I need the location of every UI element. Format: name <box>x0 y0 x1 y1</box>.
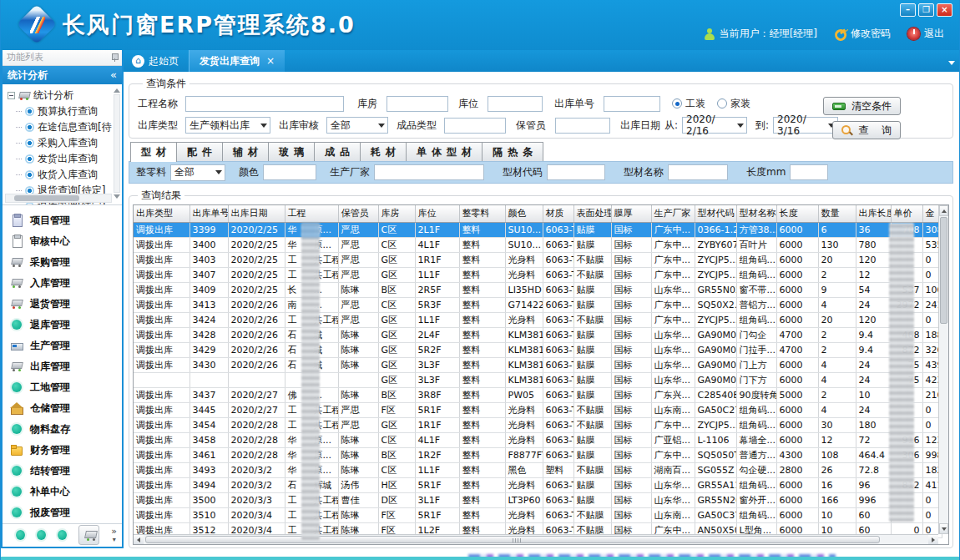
horizontal-scroll-thumb[interactable] <box>145 536 880 543</box>
material-tab[interactable]: 辅材 <box>223 142 269 162</box>
location-input[interactable] <box>488 96 543 112</box>
table-row[interactable]: 调拨出库 3429 2020/2/26 石城 陈琳 G区 5R2F 整料 KLM… <box>134 342 942 357</box>
scroll-up-icon[interactable] <box>114 88 120 93</box>
grid-header-cell[interactable]: 库位 <box>415 205 459 222</box>
table-row[interactable]: 调拨出库 3494 2020/3/2 石辉城 汤伟 H区 5R1F 整料 光身料… <box>134 477 942 492</box>
material-tab[interactable]: 隔热条 <box>483 142 543 162</box>
table-row[interactable]: 调拨出库 3445 2020/2/27 工共工程 严思 F区 5R1F 整料 光… <box>134 402 942 417</box>
sidebar-menu-item[interactable]: 补单中心 <box>11 482 122 502</box>
sidebar-menu-item[interactable]: 退货管理 <box>11 294 122 315</box>
stats-section-header[interactable]: 统计分析 « <box>3 66 122 84</box>
footer-dot-icon[interactable] <box>58 530 67 540</box>
search-button[interactable]: 查 询 <box>832 121 901 139</box>
audit-select[interactable]: 全部 <box>326 117 388 134</box>
footer-dot-icon[interactable] <box>37 530 46 540</box>
length-input[interactable] <box>790 164 828 180</box>
change-password-button[interactable]: 修改密码 <box>834 27 891 41</box>
grid-horizontal-scrollbar[interactable] <box>134 534 938 544</box>
grid-header-cell[interactable]: 数量 <box>818 205 856 222</box>
keeper-input[interactable] <box>555 118 610 134</box>
sidebar-menu-item[interactable]: 退库管理 <box>11 315 122 335</box>
table-row[interactable]: 调拨出库 3409 2020/2/25 长... 陈琳 B区 2R5F 整料 L… <box>134 282 942 297</box>
table-row[interactable]: 调拨出库 3461 2020/2/28 华原... 陈琳 B区 1R2F 整料 … <box>134 447 942 462</box>
sidebar-menu-item[interactable]: 出库管理 <box>11 356 122 377</box>
out-type-select[interactable]: 生产领料出库 <box>185 117 270 134</box>
product-type-input[interactable] <box>444 118 506 134</box>
clear-conditions-button[interactable]: 清空条件 <box>823 97 901 115</box>
grid-header-cell[interactable]: 整零料 <box>459 205 505 222</box>
pin-icon[interactable] <box>111 53 118 62</box>
sidebar-menu-item[interactable]: 财务管理 <box>11 440 122 461</box>
collapse-icon[interactable]: « <box>110 66 117 84</box>
grid-header-cell[interactable]: 出库日期 <box>228 205 285 222</box>
footer-more-button[interactable]: » ▾ <box>111 527 117 543</box>
grid-header-cell[interactable]: 长度 <box>776 205 818 222</box>
table-row[interactable]: 调拨出库 3407 2020/2/25 工共工程 严思 G区 1L1F 整料 光… <box>134 267 942 282</box>
tree-item[interactable]: 收货入库查询 <box>8 167 112 183</box>
material-tab[interactable]: 玻璃 <box>269 142 315 162</box>
scroll-up-button[interactable] <box>939 205 948 216</box>
grid-header-cell[interactable]: 膜厚 <box>611 205 651 222</box>
grid-header-cell[interactable]: 型材名称 <box>736 205 776 222</box>
table-row[interactable]: 调拨出库 3493 2020/3/2 华原... 陈琳 C区 1L1F 整料 黑… <box>134 462 942 477</box>
date-from-select[interactable]: 2020/ 2/16 <box>682 117 747 134</box>
table-row[interactable]: 调拨出库 3458 2020/2/28 华原... 陈琳 C区 4L1F 整料 … <box>134 432 942 447</box>
date-to-select[interactable]: 2020/ 3/16 <box>773 117 838 134</box>
color-input[interactable] <box>263 164 316 180</box>
grid-header-cell[interactable]: 表面处理 <box>573 205 611 222</box>
material-tab[interactable]: 耗材 <box>361 142 407 162</box>
manufacturer-input[interactable] <box>374 164 484 180</box>
vertical-scroll-thumb[interactable] <box>940 217 947 324</box>
radio-jiazhuang[interactable]: 家装 <box>717 97 750 111</box>
tree-item[interactable]: 发货出库查询 <box>8 151 112 167</box>
whole-part-select[interactable]: 全部 <box>170 164 225 181</box>
table-row[interactable]: G区 3L3F 整料 KLM3817 6063-T5 贴膜 国标 山东华... … <box>134 372 942 387</box>
grid-vertical-scrollbar[interactable] <box>938 205 948 534</box>
grid-header-cell[interactable]: 材质 <box>543 205 573 222</box>
radio-gongzhuang[interactable]: 工装 <box>672 97 705 111</box>
table-row[interactable]: 调拨出库 3500 2020/3/3 工共工程 曹佳 D区 3L1F 整料 LT… <box>134 492 942 507</box>
tab-home[interactable]: ⌂ 起始页 <box>124 54 189 72</box>
sidebar-menu-item[interactable]: 采购管理 <box>11 252 122 273</box>
sidebar-menu-item[interactable]: 报废管理 <box>11 502 122 523</box>
table-row[interactable]: 调拨出库 3403 2020/2/25 工共工程 严思 G区 1R1F 整料 光… <box>134 252 942 267</box>
sidebar-menu-item[interactable]: 生产管理 <box>11 335 122 356</box>
grid-header-cell[interactable]: 出库长度 <box>856 205 891 222</box>
table-row[interactable]: 调拨出库 3437 2020/2/27 佛... 陈琳 B区 3R8F 整料 P… <box>134 387 942 402</box>
tab-close-icon[interactable]: × <box>266 55 275 67</box>
sidebar-menu-item[interactable]: 审核中心 <box>11 231 122 252</box>
table-row[interactable]: 调拨出库 3399 2020/2/25 华原... 严思 C区 2L1F 整料 … <box>134 222 942 237</box>
tree-item[interactable]: 采购入库查询 <box>8 135 112 151</box>
tree-item[interactable]: 在途信息查询[待 <box>8 119 112 135</box>
project-name-input[interactable] <box>185 96 344 112</box>
scroll-left-button[interactable] <box>134 535 144 544</box>
table-row[interactable]: 调拨出库 3454 2020/2/28 工共工程 严思 G区 1R1F 整料 光… <box>134 417 942 432</box>
grid-header-cell[interactable]: 生产厂家 <box>651 205 695 222</box>
footer-dot-icon[interactable] <box>16 530 25 540</box>
material-tab[interactable]: 单体型材 <box>407 142 483 162</box>
table-row[interactable]: 调拨出库 3510 2020/3/4 工共工程 陈琳 F区 5R1F 整料 光身… <box>134 507 942 522</box>
maximize-button[interactable]: ❐ <box>918 3 934 17</box>
tab-shipment-query[interactable]: 发货出库查询 × <box>189 50 285 72</box>
grid-header-cell[interactable]: 颜色 <box>505 205 543 222</box>
sidebar-menu-item[interactable]: 仓储管理 <box>11 398 122 419</box>
grid-header-cell[interactable]: 工程 <box>285 205 338 222</box>
tree-expand-icon[interactable] <box>8 92 15 99</box>
table-row[interactable]: 调拨出库 3430 2020/2/26 石城 陈琳 G区 3L3F 整料 KLM… <box>134 357 942 372</box>
table-row[interactable]: 调拨出库 3400 2020/2/25 华原... 严思 C区 4L1F 整料 … <box>134 237 942 252</box>
sidebar-menu-item[interactable]: 入库管理 <box>11 273 122 294</box>
grid-header-cell[interactable]: 库房 <box>378 205 415 222</box>
footer-cart-button[interactable] <box>78 525 100 545</box>
table-row[interactable]: 调拨出库 3413 2020/2/26 南... 严思 C区 5R3F 整料 G… <box>134 297 942 312</box>
sidebar-menu-item[interactable]: 项目管理 <box>11 210 122 231</box>
sidebar-menu-item[interactable]: 物料盘存 <box>11 419 122 440</box>
profile-code-input[interactable] <box>547 164 605 180</box>
grid-header-cell[interactable]: 保管员 <box>338 205 378 222</box>
profile-name-input[interactable] <box>668 164 728 180</box>
tab-overflow-icon[interactable] <box>948 61 955 65</box>
logout-button[interactable]: 退出 <box>907 27 944 41</box>
tree-horizontal-scrollbar[interactable] <box>5 194 112 203</box>
grid-header-cell[interactable]: 出库类型 <box>134 205 189 222</box>
sidebar-menu-item[interactable]: 工地管理 <box>11 377 122 398</box>
grid-header-cell[interactable]: 出库单号 <box>189 205 228 222</box>
